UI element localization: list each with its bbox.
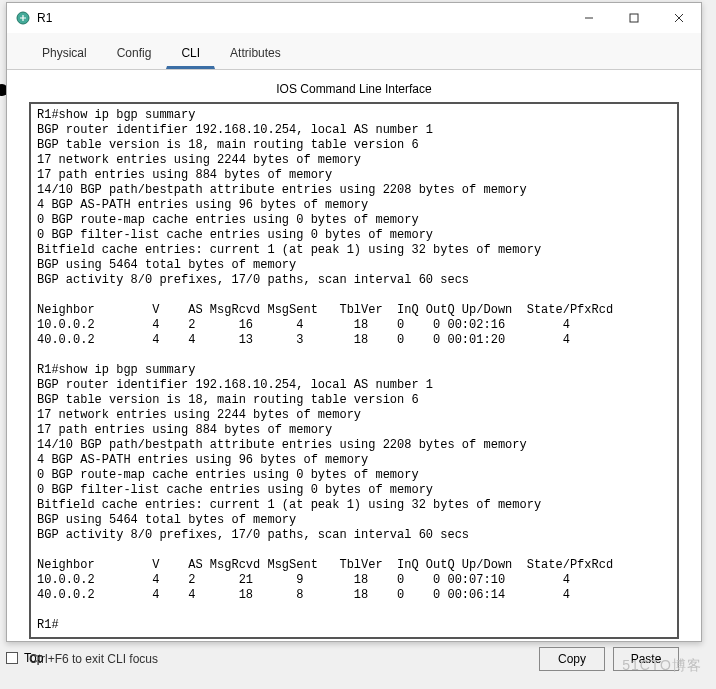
router-icon bbox=[15, 10, 31, 26]
tab-bar: Physical Config CLI Attributes bbox=[7, 33, 701, 70]
terminal-output[interactable]: R1#show ip bgp summary BGP router identi… bbox=[31, 104, 677, 637]
svg-rect-8 bbox=[630, 14, 638, 22]
titlebar: R1 bbox=[7, 3, 701, 33]
window-controls bbox=[566, 3, 701, 33]
watermark: 51CTO博客 bbox=[622, 657, 702, 675]
bottom-bar: Top bbox=[6, 651, 43, 665]
tab-cli[interactable]: CLI bbox=[166, 39, 215, 69]
window-title: R1 bbox=[37, 11, 52, 25]
copy-button[interactable]: Copy bbox=[539, 647, 605, 671]
tab-config[interactable]: Config bbox=[102, 39, 167, 69]
top-checkbox-label: Top bbox=[24, 651, 43, 665]
cli-subtitle: IOS Command Line Interface bbox=[29, 78, 679, 102]
maximize-button[interactable] bbox=[611, 3, 656, 33]
cli-footer: Ctrl+F6 to exit CLI focus Copy Paste bbox=[29, 639, 679, 671]
cli-panel: IOS Command Line Interface R1#show ip bg… bbox=[7, 70, 701, 683]
app-window: R1 Physical Config CLI Attributes IOS Co… bbox=[6, 2, 702, 642]
minimize-button[interactable] bbox=[566, 3, 611, 33]
top-checkbox[interactable] bbox=[6, 652, 18, 664]
tab-physical[interactable]: Physical bbox=[27, 39, 102, 69]
close-button[interactable] bbox=[656, 3, 701, 33]
tab-attributes[interactable]: Attributes bbox=[215, 39, 296, 69]
terminal-frame: R1#show ip bgp summary BGP router identi… bbox=[29, 102, 679, 639]
cli-hint: Ctrl+F6 to exit CLI focus bbox=[29, 652, 158, 666]
